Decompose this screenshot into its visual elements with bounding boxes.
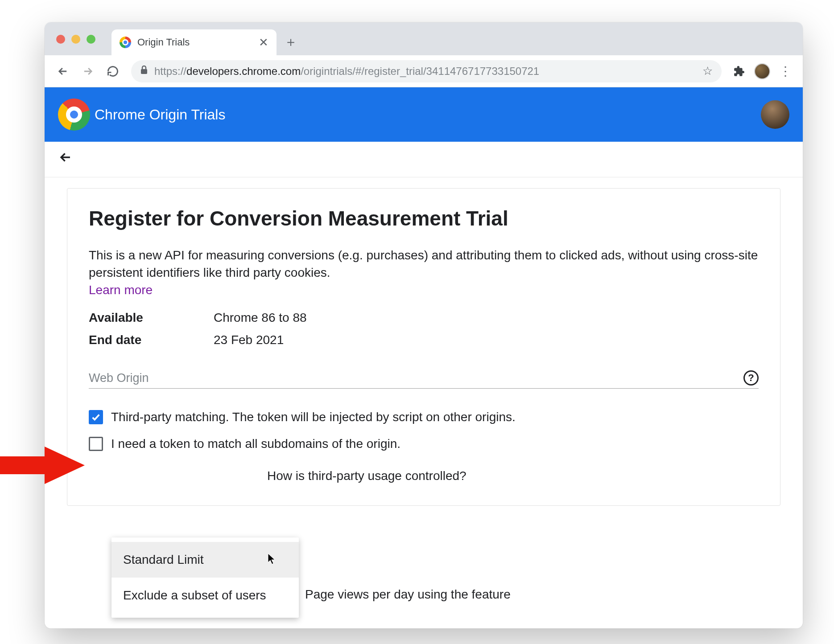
enddate-label: End date [89, 333, 214, 347]
usage-question: How is third-party usage controlled? [267, 469, 759, 483]
thirdparty-checkbox-label: Third-party matching. The token will be … [111, 410, 516, 424]
page-content: Register for Conversion Measurement Tria… [45, 177, 803, 506]
extensions-icon[interactable] [730, 62, 748, 81]
page-title: Register for Conversion Measurement Tria… [89, 206, 759, 230]
window-controls [56, 35, 95, 44]
tab-title: Origin Trials [137, 37, 190, 48]
thirdparty-checkbox[interactable] [89, 410, 103, 424]
menu-item-label: Standard Limit [123, 553, 204, 567]
zoom-window-button[interactable] [87, 35, 95, 44]
app-header: Chrome Origin Trials [45, 87, 803, 142]
browser-tab[interactable]: Origin Trials ✕ [111, 29, 277, 55]
browser-toolbar: https://developers.chrome.com/origintria… [45, 55, 803, 87]
web-origin-label: Web Origin [89, 371, 743, 385]
reload-button[interactable] [103, 61, 123, 82]
subdomains-checkbox[interactable] [89, 437, 103, 451]
profile-avatar-small[interactable] [753, 62, 772, 81]
available-value: Chrome 86 to 88 [214, 311, 307, 325]
mouse-cursor-icon [267, 553, 277, 565]
bookmark-star-icon[interactable]: ☆ [702, 64, 713, 78]
available-row: Available Chrome 86 to 88 [89, 311, 759, 325]
browser-window: Origin Trials ✕ ＋ https://developers.chr… [45, 22, 803, 628]
tab-strip: Origin Trials ✕ ＋ [45, 22, 803, 55]
app-title: Chrome Origin Trials [95, 107, 225, 123]
available-label: Available [89, 311, 214, 325]
svg-rect-0 [141, 69, 147, 74]
new-tab-button[interactable]: ＋ [282, 33, 300, 51]
page-subheader [45, 142, 803, 177]
trial-description: This is a new API for measuring conversi… [89, 246, 759, 281]
menu-item-standard-limit[interactable]: Standard Limit [111, 542, 299, 578]
user-avatar[interactable] [761, 100, 789, 129]
registration-card: Register for Conversion Measurement Tria… [67, 188, 780, 506]
back-button[interactable] [53, 61, 73, 82]
chrome-favicon-icon [120, 37, 131, 48]
pageviews-label: Page views per day using the feature [305, 587, 511, 602]
menu-kebab-icon[interactable]: ⋮ [776, 62, 795, 81]
usage-limit-dropdown-menu: Standard Limit Exclude a subset of users [111, 537, 299, 618]
address-bar[interactable]: https://developers.chrome.com/origintria… [131, 60, 722, 82]
url-text: https://developers.chrome.com/origintria… [154, 65, 539, 78]
thirdparty-checkbox-row: Third-party matching. The token will be … [89, 410, 759, 424]
minimize-window-button[interactable] [71, 35, 80, 44]
close-window-button[interactable] [56, 35, 65, 44]
close-tab-icon[interactable]: ✕ [259, 37, 268, 47]
chrome-logo-icon [58, 98, 90, 131]
lock-icon [140, 66, 148, 77]
menu-item-label: Exclude a subset of users [123, 588, 266, 603]
web-origin-field[interactable]: Web Origin ? [89, 370, 759, 389]
forward-button[interactable] [78, 61, 98, 82]
subdomains-checkbox-label: I need a token to match all subdomains o… [111, 437, 400, 451]
page-back-arrow-icon[interactable] [58, 150, 73, 169]
enddate-row: End date 23 Feb 2021 [89, 333, 759, 347]
subdomains-checkbox-row: I need a token to match all subdomains o… [89, 437, 759, 451]
help-icon[interactable]: ? [743, 370, 759, 386]
menu-item-exclude-subset[interactable]: Exclude a subset of users [111, 578, 299, 613]
enddate-value: 23 Feb 2021 [214, 333, 284, 347]
learn-more-link[interactable]: Learn more [89, 283, 153, 297]
